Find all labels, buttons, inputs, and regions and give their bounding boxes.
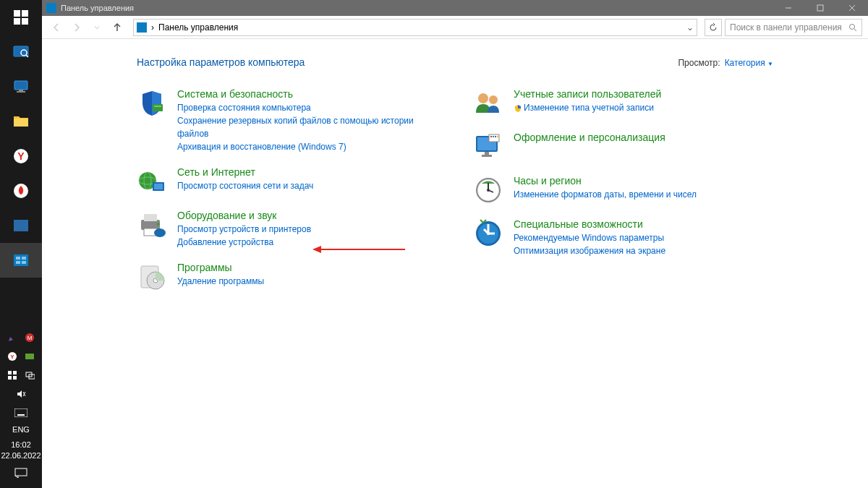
svg-rect-16 — [16, 257, 20, 260]
category-programs: Программы Удаление программы — [137, 262, 437, 292]
svg-rect-68 — [482, 155, 492, 157]
svg-rect-0 — [14, 10, 20, 17]
address-bar[interactable]: › Панель управления ⌄ — [133, 19, 697, 36]
svg-rect-67 — [485, 152, 489, 155]
svg-rect-18 — [16, 261, 20, 264]
controlpanel-icon — [137, 22, 147, 33]
tray-row: M — [6, 328, 36, 347]
svg-point-45 — [850, 24, 855, 29]
svg-text:M: M — [27, 335, 33, 341]
category-link[interactable]: Изменение форматов даты, времени и чисел — [514, 188, 773, 201]
view-label: Просмотр: — [678, 58, 720, 68]
clock[interactable]: 16:02 22.06.2022 — [1, 437, 41, 463]
taskbar-app-explorer[interactable] — [0, 104, 42, 139]
category-title[interactable]: Система и безопасность — [177, 88, 437, 100]
category-link[interactable]: Просмотр устройств и принтеров — [177, 223, 437, 236]
svg-text:Y: Y — [10, 354, 14, 360]
category-link[interactable]: Проверка состояния компьютера — [177, 101, 437, 114]
svg-rect-25 — [8, 371, 12, 374]
svg-rect-48 — [154, 106, 161, 107]
svg-rect-40 — [15, 468, 27, 476]
tray-icon-pen[interactable] — [6, 331, 19, 344]
printer-icon — [137, 210, 167, 240]
svg-point-58 — [154, 228, 166, 237]
minimize-button[interactable] — [773, 0, 804, 16]
svg-rect-55 — [144, 214, 157, 221]
tray-icon-keyboard[interactable] — [14, 406, 27, 419]
tray-icon-network[interactable] — [23, 369, 36, 382]
svg-rect-8 — [19, 90, 23, 91]
svg-rect-53 — [154, 184, 163, 189]
category-link[interactable]: Удаление программы — [177, 275, 437, 288]
category-title[interactable]: Программы — [177, 262, 437, 273]
category-link[interactable]: Просмотр состояния сети и задач — [177, 179, 437, 192]
recent-dropdown[interactable] — [88, 19, 106, 36]
view-dropdown[interactable]: Категория ▼ — [725, 58, 773, 68]
maximize-button[interactable] — [804, 0, 836, 16]
disc-icon — [137, 262, 167, 292]
category-title[interactable]: Специальные возможности — [514, 218, 773, 230]
tray-icon-security[interactable] — [6, 369, 19, 382]
svg-rect-24 — [25, 354, 34, 359]
tray-row — [6, 366, 36, 385]
taskbar-app-yandex[interactable]: Y — [0, 139, 42, 174]
svg-rect-1 — [22, 10, 28, 17]
svg-rect-15 — [14, 254, 28, 266]
start-button[interactable] — [0, 0, 42, 35]
svg-text:Y: Y — [17, 150, 25, 162]
refresh-button[interactable] — [705, 19, 722, 36]
category-link[interactable]: Архивация и восстановление (Windows 7) — [177, 140, 437, 153]
app-icon — [46, 3, 56, 13]
category-link[interactable]: Рекомендуемые Windows параметры — [514, 231, 773, 244]
category-title[interactable]: Часы и регион — [514, 175, 773, 187]
up-button[interactable] — [109, 19, 126, 36]
category-link[interactable]: Сохранение резервных копий файлов с помо… — [177, 114, 437, 140]
category-link[interactable]: Изменение типа учетной записи — [514, 101, 773, 114]
back-button[interactable] — [48, 19, 65, 36]
titlebar: Панель управления — [42, 0, 868, 16]
clock-date: 22.06.2022 — [1, 450, 41, 461]
search-input[interactable]: Поиск в панели управления — [725, 19, 862, 36]
toolbar: › Панель управления ⌄ Поиск в панели упр… — [42, 16, 868, 39]
language-indicator[interactable]: ENG — [12, 422, 30, 437]
svg-rect-9 — [17, 91, 25, 93]
breadcrumb-sep: › — [151, 22, 154, 33]
svg-rect-70 — [490, 136, 492, 137]
window-title: Панель управления — [61, 4, 134, 12]
category-accessibility: Специальные возможности Рекомендуемые Wi… — [473, 218, 773, 257]
taskbar-app-magnifier[interactable] — [0, 35, 42, 69]
search-placeholder: Поиск в панели управления — [730, 22, 842, 33]
svg-rect-28 — [13, 376, 17, 380]
taskbar-app-controlpanel[interactable] — [0, 243, 42, 278]
categories-left: Система и безопасность Проверка состояни… — [137, 88, 437, 305]
taskbar-app-thispc[interactable] — [0, 69, 42, 104]
breadcrumb[interactable]: Панель управления — [158, 22, 238, 33]
taskbar: Y M Y ENG 16:02 22.06.2022 — [0, 0, 42, 488]
category-title[interactable]: Оформление и персонализация — [514, 132, 773, 143]
tray-icon-mail[interactable]: M — [23, 331, 36, 344]
forward-button[interactable] — [68, 19, 85, 36]
category-link[interactable]: Добавление устройства — [177, 236, 437, 249]
category-link[interactable]: Оптимизация изображения на экране — [514, 244, 773, 257]
category-network: Сеть и Интернет Просмотр состояния сети … — [137, 166, 437, 197]
svg-rect-47 — [153, 104, 163, 111]
category-title[interactable]: Сеть и Интернет — [177, 166, 437, 178]
tray-icon-volume[interactable] — [14, 388, 27, 401]
svg-rect-39 — [17, 414, 25, 416]
action-center-button[interactable] — [14, 463, 27, 482]
chevron-down-icon: ▼ — [767, 61, 773, 67]
window: Панель управления › Панель управления ⌄ … — [42, 0, 868, 488]
taskbar-app-generic[interactable] — [0, 208, 42, 243]
category-hardware: Оборудование и звук Просмотр устройств и… — [137, 210, 437, 249]
svg-rect-7 — [14, 81, 27, 90]
tray-icon-nvidia[interactable] — [23, 350, 36, 363]
chevron-down-icon[interactable]: ⌄ — [686, 22, 694, 33]
tray-icon-yandex[interactable]: Y — [6, 350, 19, 363]
svg-rect-42 — [817, 5, 823, 11]
category-title[interactable]: Оборудование и звук — [177, 210, 437, 221]
svg-line-46 — [854, 29, 856, 31]
taskbar-app-torch[interactable] — [0, 174, 42, 208]
svg-rect-19 — [22, 261, 26, 264]
category-title[interactable]: Учетные записи пользователей — [514, 88, 773, 100]
close-button[interactable] — [836, 0, 868, 16]
